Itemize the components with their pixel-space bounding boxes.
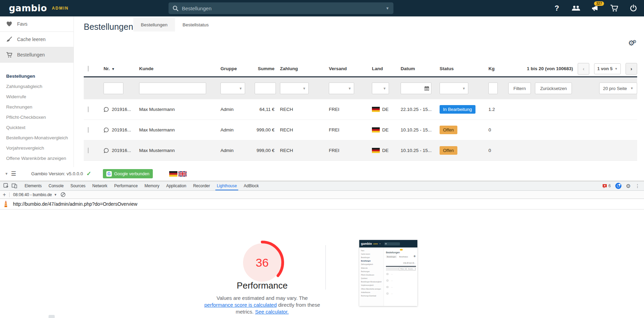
comment-bubble-icon[interactable] [104, 148, 109, 153]
main-content: Bestellungen Bestellungen Bestellstatus … [74, 16, 644, 167]
gambio-logo[interactable]: gambio [9, 3, 47, 13]
comment-bubble-icon[interactable] [104, 107, 109, 112]
inspect-element-icon[interactable] [2, 182, 10, 189]
search-dropdown-caret-icon[interactable]: ▼ [386, 6, 389, 10]
devtools-tab[interactable]: Recorder [190, 181, 213, 190]
shop-cart-button[interactable] [610, 4, 619, 13]
filter-gruppe-select[interactable]: ▼ [220, 82, 245, 94]
filter-status-select[interactable]: ▼ [440, 82, 468, 94]
filter-datum-input[interactable] [401, 82, 431, 94]
report-url[interactable]: http://bumbio.de/47/admin/admin.php?do=O… [13, 201, 137, 207]
devtools-tab[interactable]: Elements [21, 181, 45, 190]
row-checkbox[interactable] [88, 148, 89, 153]
order-row[interactable]: 201916... Max Mustermann Admin 999,00 € … [84, 120, 637, 140]
reset-button[interactable]: Zurücksetzen [535, 82, 572, 94]
device-toolbar-icon[interactable] [10, 182, 18, 189]
order-total: 64,11 € [251, 107, 276, 112]
global-search[interactable]: ▼ [169, 2, 393, 14]
filter-versand-select[interactable]: ▼ [329, 82, 354, 94]
column-header-zahlung[interactable]: Zahlung [276, 66, 325, 71]
column-header-summe[interactable]: Summe [251, 66, 276, 71]
sidebar-item-favs[interactable]: Favs [0, 16, 73, 32]
report-target-tab[interactable]: 08:06:40 - bumbio.de ▼ [13, 192, 57, 197]
filter-land-select[interactable]: ▼ [372, 82, 389, 94]
users-button[interactable] [572, 4, 580, 13]
table-settings-button[interactable]: ⚙⚙ [628, 39, 636, 47]
column-header-land[interactable]: Land [368, 66, 397, 71]
performance-category-title[interactable]: Performance [206, 280, 319, 291]
sidebar-submenu-item[interactable]: Bestellungen [6, 71, 73, 81]
sidebar-submenu-item[interactable]: Rechnungen [6, 102, 73, 112]
page-tab[interactable]: Bestellstatus [175, 18, 216, 31]
new-report-button[interactable]: + [3, 192, 6, 198]
error-counter[interactable]: 6 [602, 183, 611, 188]
score-calculated-link[interactable]: performance score is calculated [204, 302, 277, 308]
column-header-gruppe[interactable]: Gruppe [216, 66, 251, 71]
row-checkbox[interactable] [88, 106, 89, 112]
clear-reports-icon[interactable] [61, 192, 66, 197]
column-header-nr[interactable]: Nr.▼ [99, 66, 135, 71]
sidebar-submenu-item[interactable]: Offene Warenkörbe anzeigen [6, 153, 73, 163]
comment-bubble-icon[interactable] [104, 127, 109, 133]
devtools-tab[interactable]: Network [89, 181, 111, 190]
pagination-page-select[interactable]: 1 von 5 ▼ [594, 63, 621, 74]
logout-button[interactable] [629, 4, 638, 13]
per-page-select[interactable]: 20 pro Seite ▼ [599, 82, 637, 94]
devtools-tab[interactable]: Performance [111, 181, 141, 190]
german-flag-icon[interactable] [169, 171, 177, 177]
devtools-tab[interactable]: Application [163, 181, 190, 190]
shipping-method: FREI [325, 107, 368, 112]
menu-icon[interactable]: ☰ [11, 170, 16, 177]
devtools-tab[interactable]: AdBlock [240, 181, 262, 190]
search-input[interactable] [182, 5, 383, 11]
order-row[interactable]: 201916... Max Mustermann Admin 999,00 € … [84, 140, 637, 161]
sidebar-submenu-item[interactable]: Quicktext [6, 122, 73, 132]
extension-icon[interactable] [615, 183, 621, 189]
announcements-button[interactable]: 327 [591, 4, 600, 13]
google-connected-button[interactable]: G Google verbunden [103, 169, 153, 178]
order-number: 201916... [112, 127, 131, 132]
filter-zahlung-select[interactable]: ▼ [280, 82, 309, 94]
status-badge[interactable]: Offen [440, 146, 457, 155]
filter-kunde-input[interactable] [139, 82, 206, 94]
sidebar-submenu-item[interactable]: Bestellungen-Monatsvergleich [6, 132, 73, 143]
devtools-tab[interactable]: Sources [67, 181, 89, 190]
help-icon: ? [554, 4, 559, 13]
column-header-status[interactable]: Status [435, 66, 484, 71]
filter-kg-input[interactable] [488, 82, 498, 94]
column-header-datum[interactable]: Datum [397, 66, 435, 71]
pagination-prev-button[interactable]: ‹ [578, 63, 589, 75]
status-badge[interactable]: Offen [440, 126, 457, 134]
pagination-next-button[interactable]: › [626, 63, 637, 75]
page-screenshot-thumbnail[interactable]: gambio ADMIN ▼ Favs Cache leeren Bestell… [359, 240, 417, 306]
sidebar-submenu-item[interactable]: Zahlungsabgleich [6, 81, 73, 91]
filter-button[interactable]: Filtern [508, 82, 531, 94]
sidebar-submenu-item[interactable]: Pflicht-Checkboxen [6, 112, 73, 122]
devtools-settings-icon[interactable]: ⚙ [626, 183, 631, 189]
sidebar-item-bestellungen[interactable]: Bestellungen [0, 47, 73, 63]
devtools-tab[interactable]: Console [45, 181, 67, 190]
select-all-checkbox[interactable] [88, 66, 89, 72]
column-header-versand[interactable]: Versand [325, 66, 368, 71]
column-header-kg[interactable]: Kg [484, 66, 501, 71]
page-tab[interactable]: Bestellungen [133, 18, 175, 31]
filter-summe-input[interactable] [255, 82, 276, 94]
help-button[interactable]: ? [552, 4, 561, 13]
order-row[interactable]: 201916... Max Mustermann Admin 64,11 € R… [84, 99, 637, 120]
devtools-tab[interactable]: Lighthouse [213, 181, 240, 190]
devtools-tab[interactable]: Memory [141, 181, 163, 190]
sidebar-submenu-item[interactable]: Widerrufe [6, 91, 73, 102]
row-checkbox[interactable] [88, 127, 89, 133]
sidebar-item-cache-leeren[interactable]: Cache leeren [0, 32, 73, 47]
column-header-kunde[interactable]: Kunde [135, 66, 216, 71]
sidebar-submenu-item[interactable]: Vorjahresvergleich [6, 143, 73, 153]
status-badge[interactable]: In Bearbeitung [440, 105, 475, 114]
filter-nr-input[interactable] [104, 82, 123, 94]
caret-down-icon[interactable]: ▼ [5, 172, 8, 176]
devtools-kebab-menu-icon[interactable]: ⋮ [635, 183, 640, 189]
customer-group: Admin [216, 148, 251, 153]
uk-flag-icon[interactable] [178, 171, 187, 177]
sort-desc-icon: ▼ [111, 67, 115, 71]
see-calculator-link[interactable]: See calculator. [255, 309, 289, 315]
performance-gauge[interactable]: 36 [240, 240, 284, 285]
